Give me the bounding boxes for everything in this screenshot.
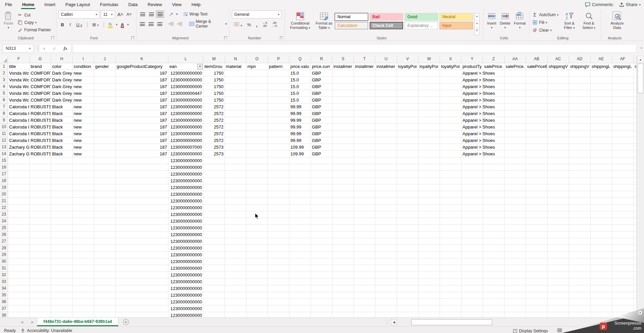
cell-AA7[interactable] — [505, 104, 526, 110]
cell-L2[interactable]: 1230000000000 — [168, 70, 203, 77]
cell-K17[interactable] — [116, 171, 168, 178]
cell-F16[interactable] — [8, 164, 30, 171]
cell-O8[interactable] — [246, 110, 268, 117]
percent-style-button[interactable]: % — [246, 22, 252, 27]
cell-X34[interactable] — [440, 285, 461, 292]
cell-F20[interactable] — [8, 191, 30, 198]
cell-U27[interactable] — [375, 238, 397, 245]
cell-I14[interactable]: new — [73, 151, 94, 157]
cell-V37[interactable] — [397, 305, 418, 312]
cell-W24[interactable] — [418, 218, 440, 225]
cell-J28[interactable] — [94, 245, 116, 252]
cell-AA38[interactable] — [505, 312, 526, 318]
cell-AD31[interactable] — [569, 265, 591, 272]
name-box[interactable]: N313▾ — [3, 44, 34, 53]
cell-J33[interactable] — [94, 279, 116, 285]
row-header-27[interactable]: 27 — [0, 238, 8, 245]
cell-S27[interactable] — [332, 238, 354, 245]
sheet-nav-left-icon[interactable]: ◀ — [17, 318, 26, 327]
cell-G8[interactable]: ROBUSTSH — [30, 110, 51, 117]
cell-I6[interactable]: new — [73, 97, 94, 104]
cell-F31[interactable] — [8, 265, 30, 272]
column-header-AB[interactable]: AB — [526, 56, 548, 63]
cell-AF26[interactable] — [612, 231, 634, 238]
cell-AA18[interactable] — [505, 178, 526, 184]
cell-T35[interactable] — [354, 292, 375, 299]
cell-AC31[interactable] — [548, 265, 569, 272]
cell-style-calculation[interactable]: Calculation — [335, 22, 368, 29]
cell-P16[interactable] — [268, 164, 289, 171]
cell-M17[interactable] — [203, 171, 225, 178]
cell-T38[interactable] — [354, 312, 375, 318]
paste-button[interactable]: Paste ▾ — [2, 10, 15, 33]
delete-cells-button[interactable]: Delete▾ — [498, 10, 512, 35]
cell-X21[interactable] — [440, 198, 461, 205]
align-middle-button[interactable] — [147, 10, 155, 18]
cell-V36[interactable] — [397, 299, 418, 305]
cell-U30[interactable] — [375, 258, 397, 265]
cell-T8[interactable] — [354, 110, 375, 117]
column-header-AE[interactable]: AE — [591, 56, 612, 63]
cell-S18[interactable] — [332, 178, 354, 184]
cell-Z28[interactable] — [483, 245, 505, 252]
cell-R35[interactable] — [311, 292, 332, 299]
cell-X7[interactable] — [440, 104, 461, 110]
cell-Q23[interactable] — [289, 211, 311, 218]
cell-S24[interactable] — [332, 218, 354, 225]
cell-O33[interactable] — [246, 279, 268, 285]
column-header-Z[interactable]: Z — [483, 56, 505, 63]
cell-N18[interactable] — [225, 178, 246, 184]
cell-X28[interactable] — [440, 245, 461, 252]
cell-R11[interactable]: GBP — [311, 131, 332, 137]
cell-G23[interactable] — [30, 211, 51, 218]
cell-S15[interactable] — [332, 157, 354, 164]
cell-AF6[interactable] — [612, 97, 634, 104]
cell-AC11[interactable] — [548, 131, 569, 137]
cell-R38[interactable] — [311, 312, 332, 318]
cell-G20[interactable] — [30, 191, 51, 198]
cell-AG10[interactable] — [634, 124, 637, 131]
cell-N27[interactable] — [225, 238, 246, 245]
cell-F9[interactable]: Caloroda I — [8, 117, 30, 124]
cell-H9[interactable]: Black — [51, 117, 73, 124]
column-header-V[interactable]: V — [397, 56, 418, 63]
cell-K6[interactable]: 187 — [116, 97, 168, 104]
cell-Y21[interactable] — [461, 198, 483, 205]
cell-V35[interactable] — [397, 292, 418, 299]
cell-G21[interactable] — [30, 198, 51, 205]
cell-AF36[interactable] — [612, 299, 634, 305]
cell-AF5[interactable] — [612, 90, 634, 97]
cell-AB5[interactable] — [526, 90, 548, 97]
cell-P6[interactable] — [268, 97, 289, 104]
cell-AE26[interactable] — [591, 231, 612, 238]
cell-K7[interactable]: 187 — [116, 104, 168, 110]
cell-AC36[interactable] — [548, 299, 569, 305]
cell-J35[interactable] — [94, 292, 116, 299]
cell-P19[interactable] — [268, 184, 289, 191]
cell-AG6[interactable] — [634, 97, 637, 104]
cell-R10[interactable]: GBP — [311, 124, 332, 131]
cell-H11[interactable]: Black — [51, 131, 73, 137]
cell-X22[interactable] — [440, 205, 461, 211]
bold-button[interactable]: B — [60, 22, 65, 27]
row-header-10[interactable]: 10 — [0, 124, 8, 131]
cell-M3[interactable]: 1750 — [203, 77, 225, 83]
cell-R5[interactable]: GBP — [311, 90, 332, 97]
cell-AG3[interactable] — [634, 77, 637, 83]
cell-S8[interactable] — [332, 110, 354, 117]
cell-AE12[interactable] — [591, 137, 612, 144]
cell-I12[interactable]: new — [73, 137, 94, 144]
row-header-15[interactable]: 15 — [0, 157, 8, 164]
cell-M12[interactable]: 2572 — [203, 137, 225, 144]
cell-Z20[interactable] — [483, 191, 505, 198]
cell-AD15[interactable] — [569, 157, 591, 164]
cell-AF22[interactable] — [612, 205, 634, 211]
cell-AG9[interactable] — [634, 117, 637, 124]
cell-AA37[interactable] — [505, 305, 526, 312]
cell-R15[interactable] — [311, 157, 332, 164]
ribbon-tab-help[interactable]: Help — [187, 0, 206, 9]
cell-J37[interactable] — [94, 305, 116, 312]
cell-Z37[interactable] — [483, 305, 505, 312]
cell-AB26[interactable] — [526, 231, 548, 238]
cell-G33[interactable] — [30, 279, 51, 285]
